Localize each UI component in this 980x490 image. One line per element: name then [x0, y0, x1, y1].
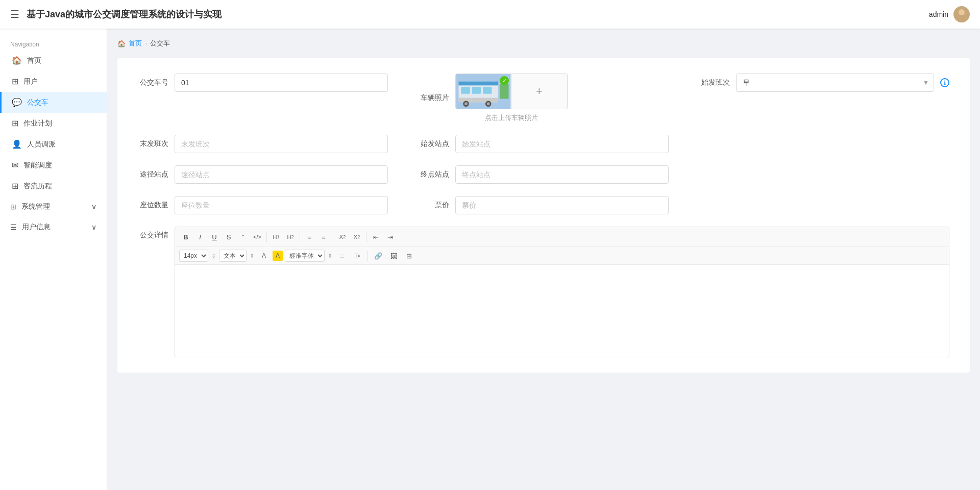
ordered-list-button[interactable]: ≡	[303, 230, 316, 243]
image-upload-row: ✓ +	[455, 74, 568, 109]
quote-button[interactable]: "	[236, 230, 250, 243]
sidebar-item-bus[interactable]: 💬 公交车	[0, 92, 107, 113]
clear-format-button[interactable]: Tx	[351, 249, 364, 262]
sidebar-item-plan-label: 作业计划	[23, 119, 52, 128]
toolbar-sep-4	[366, 232, 366, 242]
sidebar-item-sysadmin[interactable]: ⊞ 系统管理 ∨	[0, 197, 107, 217]
align-button[interactable]: ≡	[335, 249, 349, 262]
seat-count-input[interactable]	[175, 196, 388, 214]
departure-times-select[interactable]: 早 中 晚	[736, 74, 934, 92]
editor-toolbar-row1: B I U S " </> H1 H2 ≡ ≡ X2 X2	[175, 227, 949, 247]
superscript-button[interactable]: X2	[350, 230, 363, 243]
departure-info-icon[interactable]: ℹ	[940, 78, 949, 87]
start-station-group: 始发站点	[419, 135, 669, 153]
code-button[interactable]: </>	[251, 230, 264, 243]
sidebar-item-userinfo[interactable]: ☰ 用户信息 ∨	[0, 217, 107, 237]
strikethrough-button[interactable]: S	[222, 230, 235, 243]
departure-times-label: 始发班次	[699, 78, 730, 87]
userinfo-list-icon: ☰	[10, 223, 17, 231]
form-row-4: 座位数量 票价	[138, 196, 949, 214]
indent-right-button[interactable]: ⇥	[383, 230, 397, 243]
dispatch-person-icon: 👤	[12, 139, 22, 149]
sysadmin-expand-icon: ∨	[91, 203, 96, 211]
route-stations-group: 途径站点	[138, 165, 388, 184]
sysadmin-grid-icon: ⊞	[10, 203, 16, 211]
user-grid-icon: ⊞	[12, 77, 18, 86]
main-content: 🏠 首页 › 公交车 公交车号 车辆照片	[107, 29, 980, 490]
seat-count-label: 座位数量	[138, 201, 168, 210]
bus-chat-icon: 💬	[12, 97, 22, 107]
sidebar-item-user-label: 用户	[23, 77, 38, 86]
rich-text-editor[interactable]: B I U S " </> H1 H2 ≡ ≡ X2 X2	[175, 227, 949, 357]
departure-times-select-wrapper: 早 中 晚 ▼	[736, 74, 934, 92]
h1-button[interactable]: H1	[270, 230, 283, 243]
bold-button[interactable]: B	[179, 230, 192, 243]
sidebar-item-passenger[interactable]: ⊞ 客流历程	[0, 176, 107, 197]
toolbar-sep-2	[300, 232, 300, 242]
font-type-select[interactable]: 文本	[219, 250, 247, 262]
svg-rect-6	[472, 87, 481, 94]
editor-section: 公交详情 B I U S " </> H1 H2 ≡	[138, 227, 949, 357]
sidebar-item-home[interactable]: 🏠 首页	[0, 50, 107, 71]
route-stations-input[interactable]	[175, 165, 388, 184]
vehicle-photo-label: 车辆照片	[419, 93, 449, 103]
departure-times-group: 始发班次 早 中 晚 ▼ ℹ	[699, 74, 949, 92]
sidebar-item-smart[interactable]: ✉ 智能调度	[0, 155, 107, 176]
sidebar-item-bus-label: 公交车	[27, 98, 48, 107]
underline-button[interactable]: U	[208, 230, 221, 243]
subscript-button[interactable]: X2	[336, 230, 349, 243]
start-station-label: 始发站点	[419, 139, 449, 149]
breadcrumb-home-link[interactable]: 首页	[129, 39, 142, 48]
indent-left-button[interactable]: ⇤	[369, 230, 382, 243]
svg-rect-5	[461, 87, 470, 94]
hamburger-icon[interactable]: ☰	[10, 8, 19, 20]
image-insert-button[interactable]: 🖼	[387, 249, 400, 262]
start-station-input[interactable]	[455, 135, 669, 153]
table-insert-button[interactable]: ⊞	[402, 249, 415, 262]
ticket-price-group: 票价	[419, 196, 669, 214]
unordered-list-button[interactable]: ≡	[317, 230, 330, 243]
avatar[interactable]	[953, 6, 970, 22]
svg-point-10	[464, 102, 468, 105]
highlight-button[interactable]: A	[273, 251, 283, 261]
detail-label: 公交详情	[138, 227, 168, 240]
end-station-input[interactable]	[455, 165, 669, 184]
plan-grid-icon: ⊞	[12, 118, 18, 128]
svg-rect-13	[500, 84, 508, 99]
editor-body[interactable]	[175, 265, 949, 357]
toolbar-sep-3	[333, 232, 333, 242]
sidebar-item-user[interactable]: ⊞ 用户	[0, 71, 107, 92]
ticket-price-label: 票价	[419, 201, 449, 210]
bus-number-group: 公交车号	[138, 74, 388, 92]
image-add-button[interactable]: +	[511, 74, 568, 109]
sidebar-item-dispatch-label: 人员调派	[27, 140, 56, 149]
home-icon: 🏠	[12, 56, 22, 65]
image-upload-section: ✓ + 点击上传车辆照片	[455, 74, 568, 122]
sidebar-item-plan[interactable]: ⊞ 作业计划	[0, 113, 107, 134]
sidebar-item-dispatch[interactable]: 👤 人员调派	[0, 134, 107, 155]
breadcrumb-current: 公交车	[150, 39, 170, 48]
svg-rect-4	[458, 82, 498, 86]
image-preview: ✓	[455, 74, 511, 109]
italic-button[interactable]: I	[193, 230, 207, 243]
toolbar-sep-5	[368, 251, 368, 261]
sidebar-item-home-label: 首页	[27, 56, 41, 65]
sidebar-nav-label: Navigation	[0, 37, 107, 50]
sidebar: Navigation 🏠 首页 ⊞ 用户 💬 公交车 ⊞ 作业计划 👤 人员调派…	[0, 29, 107, 490]
ticket-price-input[interactable]	[455, 196, 669, 214]
form-row-2: 末发班次 始发站点	[138, 135, 949, 153]
h2-button[interactable]: H2	[284, 230, 297, 243]
svg-point-0	[959, 9, 965, 15]
sidebar-item-userinfo-label: 用户信息	[22, 223, 51, 232]
bus-number-input[interactable]	[175, 74, 388, 92]
userinfo-expand-icon: ∨	[91, 223, 96, 231]
font-color-button[interactable]: A	[257, 249, 271, 262]
svg-point-1	[957, 16, 967, 22]
form-row-3: 途径站点 终点站点	[138, 165, 949, 184]
last-departure-label: 末发班次	[138, 139, 168, 149]
font-family-select[interactable]: 标准字体	[285, 250, 325, 262]
font-size-select[interactable]: 14px 12px 16px 18px	[179, 250, 208, 262]
last-departure-input[interactable]	[175, 135, 388, 153]
link-button[interactable]: 🔗	[372, 249, 385, 262]
layout: Navigation 🏠 首页 ⊞ 用户 💬 公交车 ⊞ 作业计划 👤 人员调派…	[0, 29, 980, 490]
